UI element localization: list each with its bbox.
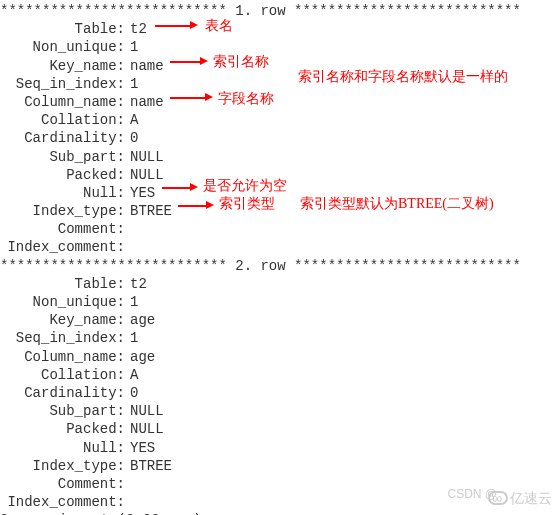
annotation-indextype: 索引类型 (219, 195, 275, 213)
field-value: YES (125, 184, 155, 202)
field-value (125, 220, 130, 238)
field-line: Packed:NULL (0, 420, 557, 438)
field-value: 1 (125, 75, 138, 93)
field-value: 0 (125, 129, 138, 147)
row-header-1: *************************** 1. row *****… (0, 2, 557, 20)
field-line: Cardinality:0 (0, 384, 557, 402)
field-value: A (125, 111, 138, 129)
field-label: Cardinality: (0, 384, 125, 402)
arrow-head-icon (200, 57, 208, 65)
field-value: age (125, 311, 155, 329)
logo-text: 亿速云 (510, 489, 552, 507)
field-line: Sub_part:NULL (0, 402, 557, 420)
field-label: Cardinality: (0, 129, 125, 147)
field-value: 0 (125, 384, 138, 402)
field-label: Null: (0, 184, 125, 202)
arrow-icon (170, 61, 200, 63)
arrow-icon (155, 25, 190, 27)
field-value: t2 (125, 275, 147, 293)
field-line: Index_comment: (0, 238, 557, 256)
field-label: Comment: (0, 220, 125, 238)
arrow-head-icon (205, 93, 213, 101)
field-value (125, 238, 130, 256)
annotation-keyname-extra: 索引名称和字段名称默认是一样的 (298, 68, 508, 86)
field-label: Sub_part: (0, 402, 125, 420)
arrow-head-icon (190, 183, 198, 191)
field-label: Collation: (0, 366, 125, 384)
field-line: Column_name:age (0, 348, 557, 366)
field-label: Table: (0, 20, 125, 38)
arrow-head-icon (206, 201, 214, 209)
field-line: Column_name:name (0, 93, 557, 111)
field-label: Non_unique: (0, 293, 125, 311)
field-line: Cardinality:0 (0, 129, 557, 147)
field-value: name (125, 93, 164, 111)
field-label: Index_type: (0, 202, 125, 220)
field-value: 1 (125, 329, 138, 347)
field-label: Seq_in_index: (0, 75, 125, 93)
field-label: Key_name: (0, 57, 125, 75)
field-line: Table:t2 (0, 275, 557, 293)
field-line: Non_unique:1 (0, 38, 557, 56)
field-value: NULL (125, 166, 164, 184)
field-line: Key_name:age (0, 311, 557, 329)
watermark-logo: 亿速云 (488, 489, 552, 507)
field-label: Sub_part: (0, 148, 125, 166)
field-label: Seq_in_index: (0, 329, 125, 347)
field-line: Sub_part:NULL (0, 148, 557, 166)
field-line: Seq_in_index:1 (0, 329, 557, 347)
field-value: NULL (125, 402, 164, 420)
field-value: BTREE (125, 457, 172, 475)
field-line: Comment: (0, 220, 557, 238)
field-value (125, 475, 130, 493)
field-line: Index_type:BTREE (0, 457, 557, 475)
annotation-indextype-extra: 索引类型默认为BTREE(二叉树) (300, 195, 494, 213)
arrow-icon (162, 187, 192, 189)
arrow-icon (170, 97, 205, 99)
field-label: Non_unique: (0, 38, 125, 56)
row-header-2: *************************** 2. row *****… (0, 257, 557, 275)
field-value: 1 (125, 293, 138, 311)
field-label: Key_name: (0, 311, 125, 329)
field-value: NULL (125, 148, 164, 166)
field-label: Table: (0, 275, 125, 293)
field-label: Index_comment: (0, 493, 125, 511)
arrow-icon (178, 205, 208, 207)
field-value: BTREE (125, 202, 172, 220)
field-line: Null:YES (0, 439, 557, 457)
annotation-colname: 字段名称 (218, 90, 274, 108)
cloud-icon (488, 491, 508, 505)
result-footer: 2 rows in set (0.00 sec) (0, 511, 557, 515)
field-label: Index_comment: (0, 238, 125, 256)
field-label: Comment: (0, 475, 125, 493)
field-label: Index_type: (0, 457, 125, 475)
field-value: A (125, 366, 138, 384)
annotation-null: 是否允许为空 (203, 177, 287, 195)
field-line: Table:t2 (0, 20, 557, 38)
field-value: age (125, 348, 155, 366)
field-label: Packed: (0, 166, 125, 184)
field-value: 1 (125, 38, 138, 56)
arrow-head-icon (190, 21, 198, 29)
field-label: Collation: (0, 111, 125, 129)
field-line: Non_unique:1 (0, 293, 557, 311)
field-value: NULL (125, 420, 164, 438)
annotation-table: 表名 (205, 17, 233, 35)
field-value: YES (125, 439, 155, 457)
annotation-keyname: 索引名称 (213, 53, 269, 71)
field-value: name (125, 57, 164, 75)
field-value (125, 493, 130, 511)
field-label: Null: (0, 439, 125, 457)
field-label: Column_name: (0, 93, 125, 111)
field-label: Packed: (0, 420, 125, 438)
field-line: Collation:A (0, 111, 557, 129)
field-value: t2 (125, 20, 147, 38)
field-label: Column_name: (0, 348, 125, 366)
field-line: Collation:A (0, 366, 557, 384)
